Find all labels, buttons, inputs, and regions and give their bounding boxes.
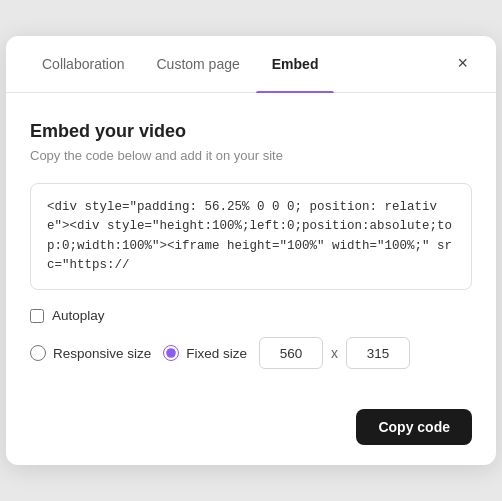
responsive-size-option[interactable]: Responsive size xyxy=(30,345,151,361)
autoplay-label[interactable]: Autoplay xyxy=(52,308,105,323)
x-separator: x xyxy=(331,345,338,361)
embed-code-box[interactable]: <div style="padding: 56.25% 0 0 0; posit… xyxy=(30,183,472,291)
tab-embed[interactable]: Embed xyxy=(256,36,335,92)
responsive-size-label[interactable]: Responsive size xyxy=(53,346,151,361)
tab-collaboration[interactable]: Collaboration xyxy=(26,36,141,92)
responsive-size-radio[interactable] xyxy=(30,345,46,361)
close-button[interactable]: × xyxy=(449,45,476,82)
size-row: Responsive size Fixed size x xyxy=(30,337,472,369)
fixed-size-label[interactable]: Fixed size xyxy=(186,346,247,361)
modal-title: Embed your video xyxy=(30,121,472,142)
size-inputs: x xyxy=(259,337,410,369)
fixed-size-radio[interactable] xyxy=(163,345,179,361)
embed-modal: Collaboration Custom page Embed × Embed … xyxy=(6,36,496,466)
copy-code-button[interactable]: Copy code xyxy=(356,409,472,445)
autoplay-row: Autoplay xyxy=(30,308,472,323)
width-input[interactable] xyxy=(259,337,323,369)
fixed-size-option[interactable]: Fixed size xyxy=(163,345,247,361)
tabs-header: Collaboration Custom page Embed × xyxy=(6,36,496,93)
tab-custom-page[interactable]: Custom page xyxy=(141,36,256,92)
modal-subtitle: Copy the code below and add it on your s… xyxy=(30,148,472,163)
modal-body: Embed your video Copy the code below and… xyxy=(6,93,496,394)
autoplay-checkbox[interactable] xyxy=(30,309,44,323)
modal-footer: Copy code xyxy=(6,393,496,465)
height-input[interactable] xyxy=(346,337,410,369)
